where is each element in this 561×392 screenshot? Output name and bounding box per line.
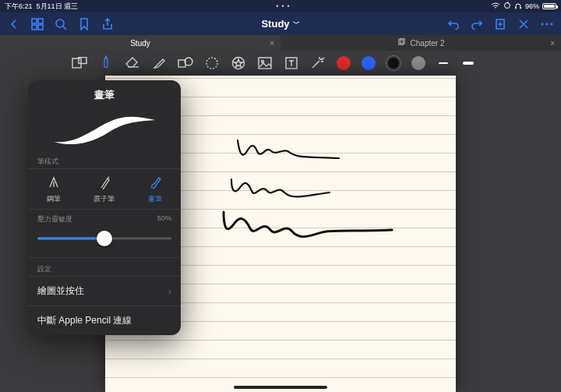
settings-label: 設定: [28, 258, 181, 276]
eraser-tool-icon[interactable]: [125, 55, 140, 71]
color-blue[interactable]: [362, 56, 376, 70]
wifi-icon: [491, 2, 500, 11]
row-disconnect-pencil[interactable]: 中斷 Apple Pencil 連線: [28, 305, 181, 335]
svg-rect-3: [32, 19, 37, 23]
pressure-label: 壓力靈敏度: [37, 214, 72, 224]
status-date: 5月11日 週三: [37, 2, 79, 10]
lasso-tool-icon[interactable]: [204, 55, 220, 71]
shapes-tool-icon[interactable]: [178, 55, 193, 71]
svg-rect-2: [520, 7, 521, 9]
zoom-tool-icon[interactable]: [72, 55, 87, 71]
more-icon[interactable]: [541, 18, 553, 30]
document-title[interactable]: Study﹀: [122, 18, 439, 30]
redo-button[interactable]: [471, 18, 483, 30]
undo-button[interactable]: [447, 18, 460, 30]
image-tool-icon[interactable]: [257, 55, 273, 71]
stroke-thin[interactable]: [436, 60, 450, 66]
svg-point-7: [56, 19, 64, 27]
pressure-value: 50%: [157, 214, 171, 224]
svg-point-11: [551, 23, 553, 25]
status-time: 下午6:21: [5, 2, 33, 10]
headphones-icon: [514, 2, 522, 11]
pen-style-label: 筆樣式: [28, 154, 181, 168]
svg-point-21: [262, 61, 264, 63]
highlighter-tool-icon[interactable]: [151, 55, 167, 71]
document-tab-strip: Study × Chapter 2 ×: [0, 35, 561, 51]
color-gray[interactable]: [411, 56, 425, 70]
svg-point-0: [504, 3, 510, 9]
ipad-status-bar: 下午6:21 5月11日 週三 ••• 96%: [0, 0, 561, 12]
color-red[interactable]: [337, 56, 351, 70]
tab-label: Study: [130, 39, 150, 48]
svg-rect-4: [38, 19, 43, 23]
popover-title: 畫筆: [28, 80, 181, 107]
pen-type-fountain[interactable]: 鋼筆: [28, 169, 79, 209]
search-icon[interactable]: [55, 18, 67, 30]
tab-chapter2[interactable]: Chapter 2 ×: [280, 35, 561, 51]
editor-toolbar: [0, 51, 561, 76]
svg-rect-1: [515, 7, 517, 9]
app-title-bar: Study﹀: [0, 12, 561, 35]
row-draw-and-hold[interactable]: 繪圖並按住 ›: [28, 276, 181, 305]
tab-close-icon[interactable]: ×: [270, 39, 274, 48]
add-page-icon[interactable]: [494, 18, 506, 30]
pressure-slider[interactable]: [37, 231, 171, 246]
pen-popover: 畫筆 筆樣式 鋼筆 原子筆 畫筆 壓力靈敏度 50% 設定 繪圖並按住 › 中斷…: [28, 80, 181, 335]
tab-label: Chapter 2: [411, 39, 445, 48]
svg-rect-5: [32, 25, 37, 30]
grid-icon[interactable]: [31, 18, 44, 30]
tab-close-icon[interactable]: ×: [550, 39, 555, 48]
svg-point-18: [206, 58, 217, 69]
color-black[interactable]: [386, 56, 400, 70]
pen-type-ballpoint[interactable]: 原子筆: [79, 169, 129, 209]
svg-rect-20: [259, 58, 271, 69]
svg-rect-6: [38, 25, 43, 30]
share-icon[interactable]: [101, 18, 114, 30]
svg-point-10: [546, 23, 549, 25]
stroke-preview: [28, 107, 181, 154]
back-button[interactable]: [8, 18, 20, 30]
status-multitask-dots[interactable]: •••: [78, 2, 491, 10]
chevron-down-icon: ﹀: [293, 19, 300, 29]
bookmark-icon[interactable]: [78, 18, 90, 30]
pen-type-brush[interactable]: 畫筆: [130, 169, 181, 209]
copy-icon: [397, 38, 406, 48]
orientation-lock-icon: [503, 2, 511, 11]
home-indicator[interactable]: [234, 386, 327, 389]
text-tool-icon[interactable]: [284, 55, 299, 71]
pen-tool-icon[interactable]: [98, 55, 114, 71]
laser-tool-icon[interactable]: [310, 55, 326, 71]
favorites-tool-icon[interactable]: [231, 55, 246, 71]
battery-percent: 96%: [525, 2, 539, 10]
pen-type-segmented: 鋼筆 原子筆 畫筆: [28, 168, 181, 210]
close-icon[interactable]: [517, 18, 530, 30]
battery-icon: [542, 3, 556, 9]
chevron-right-icon: ›: [168, 286, 171, 297]
stroke-thick[interactable]: [461, 60, 475, 66]
tab-study[interactable]: Study ×: [0, 35, 280, 51]
svg-point-9: [542, 23, 544, 25]
